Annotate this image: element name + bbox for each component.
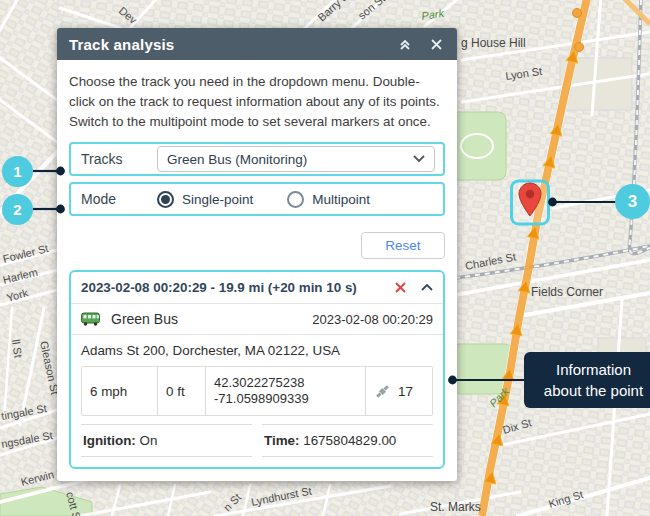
satellites-value: 17 [398,384,413,399]
vehicle-row: Green Bus 2023-02-08 00:20:29 [71,304,443,335]
point-card-title: 2023-02-08 00:20:29 - 19.9 mi (+20 min 1… [81,280,395,295]
close-icon[interactable] [430,38,443,51]
track-analysis-panel: Track analysis Choose the track you need… [57,28,457,481]
panel-description: Choose the track you need in the dropdow… [69,72,445,132]
tooltip-line-2: about the point [530,380,650,401]
mode-field-row: Mode Single-point Multipoint [69,182,445,216]
annotation-step-3: 3 [615,184,650,219]
point-timestamp: 2023-02-08 00:20:29 [312,312,433,327]
map-pin-dot [526,190,534,198]
route-point-dot[interactable] [575,43,584,52]
panel-title: Track analysis [69,36,380,53]
longitude-value: -71.0598909339 [214,391,309,407]
point-card-header: 2023-02-08 00:20:29 - 19.9 mi (+20 min 1… [71,272,443,304]
route-point-dot[interactable] [573,9,582,18]
panel-header[interactable]: Track analysis [57,28,457,60]
time-value: 1675804829.00 [303,433,396,448]
speed-cell: 6 mph [82,367,158,415]
satellites-cell: 17 [366,367,432,415]
remove-point-icon[interactable] [395,282,406,293]
radio-multipoint-label: Multipoint [312,192,370,207]
time-label: Time: [264,433,299,448]
speed-value: 6 mph [90,384,127,399]
tooltip-line-1: Information [530,359,650,380]
latitude-value: 42.3022275238 [214,375,309,391]
map-place-label: St. Marks [430,500,481,514]
tracks-field-row: Tracks Green Bus (Monitoring) [69,142,445,176]
panel-body: Choose the track you need in the dropdow… [57,60,457,481]
coordinates-cell: 42.3022275238 -71.0598909339 [206,367,366,415]
tracks-select[interactable]: Green Bus (Monitoring) [157,146,435,172]
satellite-icon [374,383,391,400]
point-address: Adams St 200, Dorchester, MA 02122, USA [71,335,443,366]
ignition-label: Ignition: [83,433,136,448]
ignition-value: On [140,433,158,448]
point-stats-table: 6 mph 0 ft 42.3022275238 -71.0598909339 [81,366,433,416]
map-place-label: Fields Corner [531,285,603,299]
reset-row: Reset [69,232,445,259]
selected-point-marker[interactable] [512,181,549,224]
time-cell: Time: 1675804829.00 [262,424,433,457]
tracks-label: Tracks [81,151,157,167]
mode-label: Mode [81,191,157,207]
reset-button[interactable]: Reset [361,232,445,259]
radio-single-point-label: Single-point [182,192,253,207]
collapse-icon[interactable] [398,38,412,51]
point-info-tooltip: Information about the point [524,352,650,408]
screenshot-root: Dev Barry S son St Park g House Hill Lyo… [0,0,650,516]
chevron-up-icon[interactable] [421,284,433,291]
bus-icon [81,312,101,326]
altitude-value: 0 ft [166,384,185,399]
vehicle-name: Green Bus [111,311,312,327]
altitude-cell: 0 ft [158,367,206,415]
chevron-down-icon [413,155,425,163]
annotation-step-1: 1 [2,156,33,187]
tracks-selected-value: Green Bus (Monitoring) [167,152,307,167]
map-street-label: ll St [10,339,24,359]
point-info-card: 2023-02-08 00:20:29 - 19.9 mi (+20 min 1… [69,270,445,469]
radio-unselected-icon [287,191,304,208]
map-place-label: g House Hill [461,36,526,50]
radio-single-point[interactable]: Single-point [157,191,253,208]
radio-selected-icon [157,191,174,208]
point-summary-row: Ignition: On Time: 1675804829.00 [81,424,433,457]
annotation-step-2: 2 [2,194,33,225]
radio-multipoint[interactable]: Multipoint [287,191,370,208]
ignition-cell: Ignition: On [81,424,252,457]
